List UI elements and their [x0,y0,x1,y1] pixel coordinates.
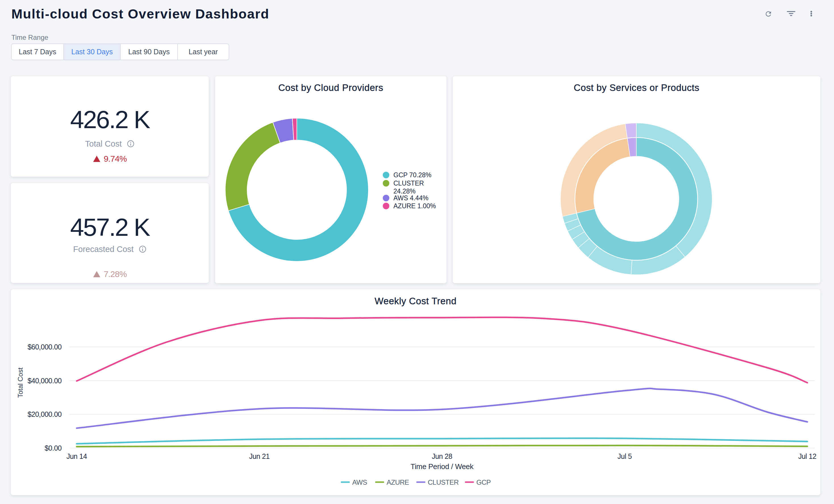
svg-text:Jun 21: Jun 21 [249,452,269,460]
svg-text:AZURE 1.00%: AZURE 1.00% [393,202,436,210]
svg-text:AWS 4.44%: AWS 4.44% [393,194,429,202]
svg-text:CLUSTER: CLUSTER [393,179,424,187]
svg-text:Jun 28: Jun 28 [432,452,452,460]
svg-text:Jun 14: Jun 14 [66,452,87,460]
svg-text:Jul 12: Jul 12 [798,452,816,460]
svg-text:$40,000.00: $40,000.00 [27,377,62,385]
svg-text:24.28%: 24.28% [393,188,416,195]
svg-text:$60,000.00: $60,000.00 [27,343,62,351]
svg-text:$0.00: $0.00 [45,444,62,452]
svg-text:Jul 5: Jul 5 [618,452,632,460]
svg-text:Total Cost: Total Cost [17,367,24,398]
svg-text:GCP 70.28%: GCP 70.28% [393,171,432,179]
svg-text:Time Period / Week: Time Period / Week [411,462,474,471]
svg-text:GCP: GCP [476,478,491,486]
svg-text:$20,000.00: $20,000.00 [27,410,62,418]
svg-text:CLUSTER: CLUSTER [428,478,459,486]
svg-text:AWS: AWS [352,478,367,486]
svg-text:AZURE: AZURE [387,478,409,486]
